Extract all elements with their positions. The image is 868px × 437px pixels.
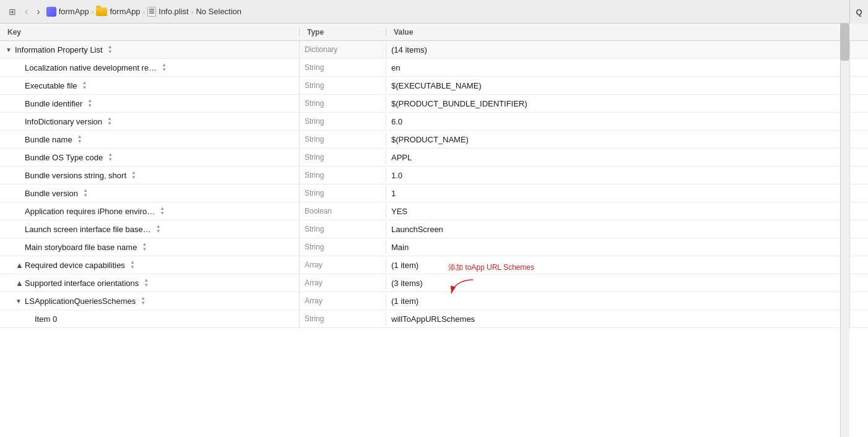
table-row: Bundle identifier ▲▼ String $(PRODUCT_BU…	[0, 95, 868, 113]
value-column-header: Value	[386, 28, 849, 37]
key-cell-bundle-version[interactable]: Bundle version ▲▼	[0, 184, 300, 202]
key-cell-bundle-name[interactable]: Bundle name ▲▼	[0, 131, 300, 148]
row-actions[interactable]	[849, 131, 868, 148]
column-headers: Key Type Value	[0, 24, 868, 41]
key-text: Localization native development re…	[25, 63, 157, 72]
table-row: Bundle versions string, short ▲▼ String …	[0, 167, 868, 184]
value-cell[interactable]: 6.0	[386, 115, 849, 129]
key-cell-supported-orientations[interactable]: ▶ Supported interface orientations ▲▼	[0, 274, 300, 292]
key-cell-infodict[interactable]: InfoDictionary version ▲▼	[0, 113, 300, 130]
row-actions[interactable]	[849, 77, 868, 94]
key-cell-main-storyboard[interactable]: Main storyboard file base name ▲▼	[0, 238, 300, 256]
type-cell: String	[300, 312, 386, 326]
key-text: Bundle version	[25, 189, 78, 198]
key-text: Bundle name	[25, 135, 72, 144]
row-actions[interactable]	[849, 41, 868, 58]
row-actions[interactable]	[849, 238, 868, 256]
type-stepper[interactable]: ▲▼	[108, 45, 113, 54]
table-row: Executable file ▲▼ String $(EXECUTABLE_N…	[0, 77, 868, 95]
row-actions[interactable]	[849, 113, 868, 130]
type-stepper[interactable]: ▲▼	[87, 98, 92, 108]
type-stepper[interactable]: ▲▼	[162, 63, 167, 72]
table-row: Bundle OS Type code ▲▼ String APPL	[0, 149, 868, 167]
key-text: Executable file	[25, 81, 77, 90]
type-stepper[interactable]: ▲▼	[130, 260, 135, 270]
row-actions[interactable]	[849, 167, 868, 184]
value-cell[interactable]: APPL	[386, 150, 849, 165]
value-cell[interactable]: $(PRODUCT_NAME)	[386, 132, 849, 147]
value-cell[interactable]: $(PRODUCT_BUNDLE_IDENTIFIER)	[386, 97, 849, 111]
type-stepper[interactable]: ▲▼	[141, 296, 145, 306]
key-cell-item0[interactable]: Item 0	[0, 310, 300, 327]
expand-arrow[interactable]: ▼	[5, 46, 12, 53]
row-actions[interactable]	[849, 202, 868, 220]
type-stepper[interactable]: ▲▼	[142, 242, 147, 252]
quick-help-button[interactable]: Q	[849, 0, 868, 24]
row-actions[interactable]	[849, 95, 868, 112]
value-cell[interactable]: LaunchScreen	[386, 222, 849, 236]
row-actions[interactable]	[849, 220, 868, 238]
breadcrumb-app[interactable]: formApp	[46, 7, 89, 17]
value-text: (3 items)	[391, 279, 423, 288]
type-cell: String	[300, 61, 386, 74]
scrollbar-thumb[interactable]	[840, 24, 849, 61]
scrollbar-track	[840, 24, 849, 437]
breadcrumb-selection: No Selection	[196, 7, 241, 16]
value-cell: (1 item)	[386, 294, 849, 308]
row-actions[interactable]	[849, 149, 868, 166]
type-cell: String	[300, 115, 386, 128]
key-text: Application requires iPhone enviro…	[25, 207, 155, 216]
key-cell-os-type[interactable]: Bundle OS Type code ▲▼	[0, 149, 300, 166]
breadcrumb-file[interactable]: Info.plist	[147, 7, 188, 17]
table-row: Localization native development re… ▲▼ S…	[0, 59, 868, 77]
value-cell: YES ▲▼	[386, 203, 849, 219]
row-actions[interactable]	[849, 292, 868, 309]
row-actions[interactable]	[849, 184, 868, 202]
type-stepper[interactable]: ▲▼	[156, 224, 161, 234]
type-stepper[interactable]: ▲▼	[131, 170, 136, 180]
type-stepper[interactable]: ▲▼	[82, 80, 87, 90]
breadcrumb-selection-label: No Selection	[196, 7, 241, 16]
key-cell-info-property-list[interactable]: ▼ Information Property List ▲▼	[0, 41, 300, 58]
row-actions[interactable]	[849, 310, 868, 327]
expand-arrow[interactable]: ▶	[15, 261, 22, 269]
value-cell[interactable]: Main	[386, 240, 849, 254]
value-cell[interactable]: en	[386, 61, 849, 75]
value-cell[interactable]: willToAppURLSchemes	[386, 312, 849, 326]
type-stepper[interactable]: ▲▼	[77, 134, 82, 144]
value-cell[interactable]: 1	[386, 186, 849, 201]
key-cell-launch-screen[interactable]: Launch screen interface file base… ▲▼	[0, 220, 300, 238]
type-cell: String	[300, 168, 386, 182]
value-text[interactable]: YES	[391, 207, 407, 216]
key-cell-executable[interactable]: Executable file ▲▼	[0, 77, 300, 94]
forward-button[interactable]: ›	[34, 5, 42, 19]
type-cell: String	[300, 97, 386, 110]
key-cell-iphone-env[interactable]: Application requires iPhone enviro… ▲▼	[0, 202, 300, 220]
type-stepper[interactable]: ▲▼	[107, 116, 112, 126]
key-cell-bundle-id[interactable]: Bundle identifier ▲▼	[0, 95, 300, 112]
value-cell[interactable]: 1.0	[386, 168, 849, 183]
row-actions[interactable]	[849, 256, 868, 274]
row-actions[interactable]	[849, 274, 868, 292]
key-cell-versions-short[interactable]: Bundle versions string, short ▲▼	[0, 167, 300, 184]
table-row: Application requires iPhone enviro… ▲▼ B…	[0, 202, 868, 220]
key-cell-ls-queries[interactable]: ▼ LSApplicationQueriesSchemes ▲▼	[0, 292, 300, 309]
expand-arrow[interactable]: ▶	[15, 279, 22, 287]
row-actions[interactable]	[849, 59, 868, 76]
key-cell-localization[interactable]: Localization native development re… ▲▼	[0, 59, 300, 76]
type-stepper[interactable]: ▲▼	[108, 152, 113, 162]
type-cell: String	[300, 132, 386, 146]
value-cell[interactable]: $(EXECUTABLE_NAME)	[386, 79, 849, 93]
type-cell: Dictionary	[300, 43, 386, 56]
key-column-header: Key	[0, 28, 300, 37]
table-row: Item 0 String willToAppURLSchemes	[0, 310, 868, 328]
type-stepper[interactable]: ▲▼	[83, 188, 88, 198]
type-stepper[interactable]: ▲▼	[144, 278, 149, 288]
grid-icon[interactable]: ⊞	[6, 6, 19, 18]
value-cell: (3 items) 添加 toApp URL Schemes	[386, 276, 849, 290]
key-cell-required-device[interactable]: ▶ Required device capabilities ▲▼	[0, 256, 300, 274]
expand-arrow[interactable]: ▼	[15, 298, 22, 305]
breadcrumb-folder[interactable]: formApp	[96, 7, 140, 16]
back-button[interactable]: ‹	[22, 5, 30, 19]
type-stepper[interactable]: ▲▼	[160, 206, 165, 216]
